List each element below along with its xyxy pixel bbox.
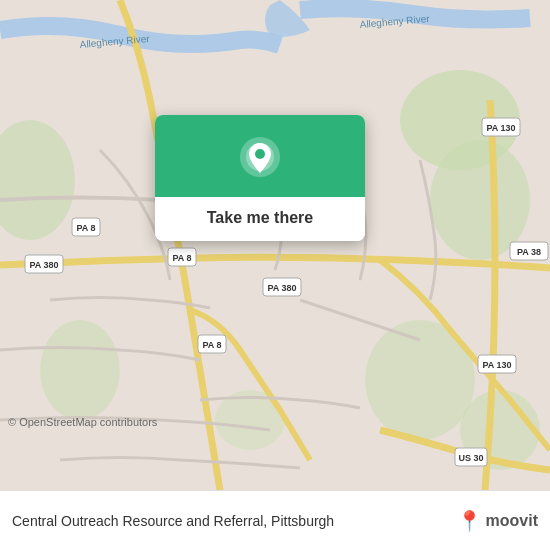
map-container: PA 8 PA 8 PA 8 PA 380 PA 380 PA 38 PA 13… [0, 0, 550, 490]
popup-button-section[interactable]: Take me there [155, 197, 365, 241]
svg-point-30 [255, 149, 265, 159]
svg-text:PA 380: PA 380 [267, 283, 296, 293]
take-me-there-button[interactable]: Take me there [207, 209, 313, 227]
popup-card: Take me there [155, 115, 365, 241]
moovit-brand-text: moovit [486, 512, 538, 530]
location-name: Central Outreach Resource and Referral, … [12, 513, 449, 529]
svg-text:PA 38: PA 38 [517, 247, 541, 257]
svg-point-4 [40, 320, 120, 420]
location-pin-icon [238, 135, 282, 179]
popup-header [155, 115, 365, 197]
moovit-logo: 📍 moovit [457, 509, 538, 533]
svg-text:PA 8: PA 8 [172, 253, 191, 263]
svg-text:PA 380: PA 380 [29, 260, 58, 270]
moovit-pin-icon: 📍 [457, 509, 482, 533]
bottom-bar: Central Outreach Resource and Referral, … [0, 490, 550, 550]
svg-text:PA 8: PA 8 [76, 223, 95, 233]
svg-text:PA 8: PA 8 [202, 340, 221, 350]
svg-text:US 30: US 30 [458, 453, 483, 463]
copyright-text: © OpenStreetMap contributors [8, 416, 157, 428]
svg-text:PA 130: PA 130 [486, 123, 515, 133]
svg-text:PA 130: PA 130 [482, 360, 511, 370]
